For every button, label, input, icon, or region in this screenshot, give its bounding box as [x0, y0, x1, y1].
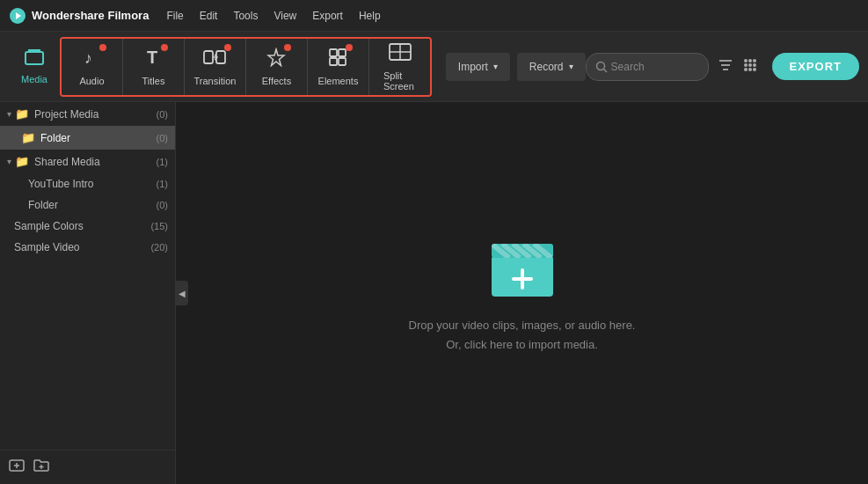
split-screen-label: Split Screen — [383, 70, 417, 92]
svg-rect-10 — [330, 58, 337, 65]
svg-rect-2 — [26, 52, 43, 64]
record-button[interactable]: Record ▾ — [517, 53, 586, 81]
svg-rect-5 — [204, 51, 213, 63]
app-brand: Wondershare Filmora — [32, 9, 149, 22]
add-media-button[interactable] — [9, 458, 25, 477]
menu-help[interactable]: Help — [359, 10, 381, 22]
import-button[interactable]: Import ▾ — [446, 53, 510, 81]
svg-rect-35 — [492, 256, 553, 268]
svg-rect-9 — [339, 49, 346, 56]
tab-audio[interactable]: ♪ Audio — [62, 39, 123, 95]
svg-point-26 — [744, 68, 748, 71]
new-folder-button[interactable] — [33, 458, 49, 477]
svg-point-20 — [744, 59, 748, 62]
app-logo: Wondershare Filmora — [9, 7, 149, 25]
toolbar-actions: Import ▾ Record ▾ — [446, 53, 586, 81]
folder-label: Folder — [40, 132, 153, 144]
clapper-icon — [483, 231, 562, 302]
svg-text:T: T — [147, 48, 157, 67]
export-button[interactable]: EXPORT — [772, 53, 859, 80]
search-area — [586, 53, 758, 81]
media-label: Media — [21, 74, 47, 84]
svg-marker-7 — [268, 49, 284, 66]
sidebar-project-media[interactable]: ▾ 📁 Project Media (0) — [0, 102, 175, 126]
filter-icon — [718, 57, 733, 73]
title-bar: Wondershare Filmora File Edit Tools View… — [0, 0, 868, 32]
svg-point-15 — [596, 62, 604, 70]
svg-point-24 — [748, 63, 752, 67]
sidebar: ▾ 📁 Project Media (0) 📁 Folder (0) ▾ 📁 S… — [0, 102, 176, 484]
svg-rect-8 — [330, 49, 337, 56]
project-media-count: (0) — [157, 109, 168, 120]
svg-line-16 — [603, 69, 607, 72]
transition-badge — [224, 44, 231, 51]
import-chevron-icon: ▾ — [493, 62, 498, 71]
project-media-chevron-icon: ▾ — [7, 109, 11, 119]
sidebar-sample-colors[interactable]: Sample Colors (15) — [0, 216, 175, 237]
menu-view[interactable]: View — [274, 10, 296, 22]
tab-transition[interactable]: Transition — [185, 39, 246, 95]
record-label: Record — [529, 61, 564, 73]
elements-label: Elements — [318, 76, 359, 86]
sidebar-collapse-button[interactable]: ◀ — [176, 281, 188, 305]
svg-point-22 — [753, 59, 756, 62]
project-media-folder-icon: 📁 — [15, 107, 29, 121]
grid-icon — [742, 57, 758, 73]
sample-video-label: Sample Video — [14, 241, 150, 253]
menu-export[interactable]: Export — [312, 10, 343, 22]
menu-file[interactable]: File — [166, 10, 183, 22]
svg-point-21 — [748, 59, 752, 62]
project-media-label: Project Media — [34, 108, 153, 121]
effects-label: Effects — [262, 76, 291, 86]
tab-elements[interactable]: Elements — [308, 39, 369, 95]
filter-button[interactable] — [718, 57, 733, 77]
effects-badge — [284, 44, 291, 51]
menu-tools[interactable]: Tools — [233, 10, 258, 22]
folder-icon: 📁 — [21, 131, 35, 144]
shared-media-count: (1) — [157, 157, 168, 167]
sidebar-shared-media[interactable]: ▾ 📁 Shared Media (1) — [0, 150, 175, 173]
content-area[interactable]: Drop your video clips, images, or audio … — [176, 102, 868, 484]
folder-count: (0) — [157, 133, 168, 143]
add-media-icon — [9, 458, 25, 473]
search-input[interactable] — [611, 61, 699, 73]
media-icon — [25, 48, 44, 70]
titles-icon: T — [143, 48, 163, 71]
youtube-intro-count: (1) — [157, 179, 168, 189]
logo-icon — [9, 7, 26, 25]
grid-view-button[interactable] — [742, 57, 758, 77]
audio-icon: ♪ — [82, 48, 101, 71]
svg-text:♪: ♪ — [84, 49, 92, 67]
shared-media-label: Shared Media — [34, 156, 153, 168]
split-screen-icon — [389, 42, 412, 66]
transition-icon — [203, 48, 226, 71]
tab-split-screen[interactable]: Split Screen — [369, 39, 431, 95]
sample-video-count: (20) — [150, 242, 168, 253]
youtube-intro-label: YouTube Intro — [28, 178, 157, 190]
sidebar-bottom — [0, 450, 175, 484]
toolbar: Media ♪ Audio T Titles — [0, 32, 868, 102]
menu-bar: File Edit Tools View Export Help — [166, 10, 380, 22]
menu-edit[interactable]: Edit — [200, 10, 218, 22]
media-tab[interactable]: Media — [9, 41, 60, 92]
sidebar-youtube-intro[interactable]: YouTube Intro (1) — [0, 173, 175, 194]
record-chevron-icon: ▾ — [569, 62, 573, 71]
sidebar-shared-folder[interactable]: Folder (0) — [0, 194, 175, 216]
drop-zone: Drop your video clips, images, or audio … — [409, 231, 636, 355]
drop-line-2: Or, click here to import media. — [446, 338, 598, 351]
tab-titles[interactable]: T Titles — [123, 39, 185, 95]
sidebar-folder[interactable]: 📁 Folder (0) — [0, 126, 175, 150]
sample-colors-count: (15) — [150, 221, 168, 231]
sidebar-sample-video[interactable]: Sample Video (20) — [0, 237, 175, 258]
search-icon — [595, 61, 608, 73]
titles-badge — [161, 44, 168, 51]
tab-effects[interactable]: Effects — [246, 39, 308, 95]
drop-text[interactable]: Drop your video clips, images, or audio … — [409, 316, 636, 355]
svg-rect-11 — [339, 58, 346, 65]
shared-folder-count: (0) — [157, 200, 168, 210]
svg-point-25 — [753, 63, 756, 67]
main-area: ▾ 📁 Project Media (0) 📁 Folder (0) ▾ 📁 S… — [0, 102, 868, 484]
titles-label: Titles — [142, 76, 165, 86]
sample-colors-label: Sample Colors — [14, 220, 150, 232]
search-box[interactable] — [586, 53, 709, 81]
